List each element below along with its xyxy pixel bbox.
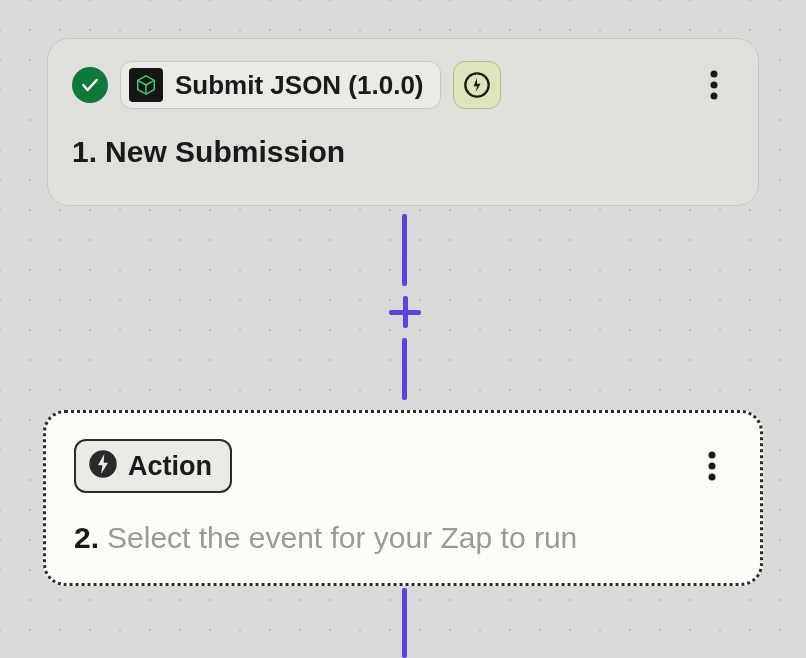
svg-marker-1	[473, 78, 480, 92]
instant-trigger-icon	[453, 61, 501, 109]
svg-point-10	[709, 463, 716, 470]
add-step-button[interactable]	[383, 290, 427, 334]
app-logo-icon	[129, 68, 163, 102]
trigger-header: Submit JSON (1.0.0)	[72, 61, 734, 109]
action-step-title: 2. Select the event for your Zap to run	[74, 521, 732, 555]
step-name: New Submission	[105, 135, 345, 169]
app-name-label: Submit JSON (1.0.0)	[175, 70, 424, 101]
svg-point-2	[711, 71, 718, 78]
connector-line	[402, 214, 407, 286]
bolt-icon	[88, 449, 118, 483]
step-number: 1.	[72, 135, 97, 169]
action-chip-label: Action	[128, 451, 212, 482]
step-menu-button[interactable]	[694, 65, 734, 105]
action-chip[interactable]: Action	[74, 439, 232, 493]
step-placeholder: Select the event for your Zap to run	[107, 521, 577, 555]
svg-point-3	[711, 82, 718, 89]
svg-point-4	[711, 93, 718, 100]
svg-point-9	[709, 452, 716, 459]
svg-rect-6	[389, 310, 421, 315]
trigger-step-title: 1. New Submission	[72, 135, 734, 169]
svg-point-11	[709, 474, 716, 481]
step-menu-button[interactable]	[692, 446, 732, 486]
connector-line	[402, 338, 407, 400]
action-header: Action	[74, 439, 732, 493]
trigger-step-card[interactable]: Submit JSON (1.0.0) 1. New Submission	[47, 38, 759, 206]
check-success-icon	[72, 67, 108, 103]
step-number: 2.	[74, 521, 99, 555]
connector-line	[402, 588, 407, 658]
app-chip[interactable]: Submit JSON (1.0.0)	[120, 61, 441, 109]
action-step-card[interactable]: Action 2. Select the event for your Zap …	[43, 410, 763, 586]
